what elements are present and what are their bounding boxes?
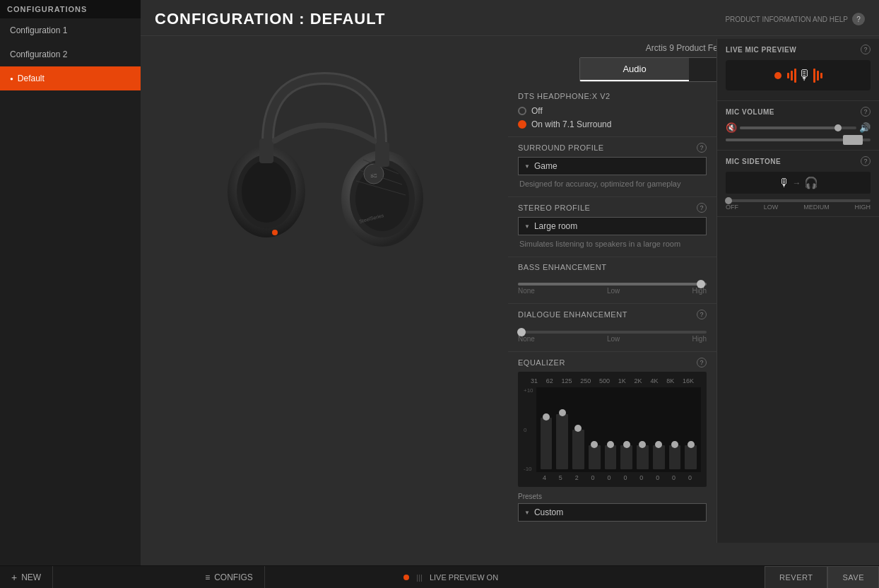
sidebar-item-config1[interactable]: Configuration 1 [0, 18, 141, 42]
sidetone-slider-container: OFF LOW MEDIUM HIGH [726, 199, 871, 211]
eq-bar-2k[interactable] [635, 390, 650, 469]
settings-and-mic: DTS HEADPHONE:X V2 Off On with 7.1 Surro… [508, 86, 879, 563]
info-icon: ? [852, 13, 865, 25]
eq-bar-62[interactable] [555, 390, 570, 469]
sidetone-track[interactable] [726, 199, 871, 202]
bass-label-none: None [518, 287, 535, 295]
svg-rect-14 [375, 142, 389, 167]
eq-title: EQUALIZER [518, 358, 565, 367]
dialogue-header: Dialogue Enhancement ? [518, 310, 707, 319]
eq-bar-16k[interactable] [683, 390, 698, 469]
bass-slider-track[interactable] [518, 283, 707, 286]
new-button[interactable]: + NEW [0, 566, 53, 588]
stereo-title: Stereo Profile [518, 204, 590, 212]
sidebar-title: CONFIGURATIONS [7, 5, 87, 13]
eq-value-labels: 4 5 2 0 0 0 0 0 0 0 [524, 474, 701, 481]
surround-description: Designed for accuracy, optimized for gam… [518, 178, 707, 191]
sidetone-label-high: HIGH [855, 204, 871, 211]
mic-volume-fill [740, 127, 839, 129]
eq-bar-125[interactable] [571, 390, 586, 469]
eq-bar-4k[interactable] [651, 390, 666, 469]
sidebar-header: CONFIGURATIONS [0, 0, 141, 18]
dts-title: DTS HEADPHONE:X V2 [518, 92, 610, 100]
eq-handle-16k[interactable] [688, 441, 695, 448]
dts-off-label: Off [531, 106, 543, 116]
presets-container: Presets ▼ Custom [518, 493, 707, 522]
eq-handle-500[interactable] [607, 441, 614, 448]
eq-handle-125[interactable] [574, 425, 582, 432]
mic-output-thumb[interactable] [843, 135, 863, 145]
list-icon: ≡ [205, 572, 210, 582]
bass-section: Bass Enhancement None Low High [508, 257, 716, 304]
sidebar-item-label: Default [18, 74, 45, 83]
presets-label: Presets [518, 493, 707, 500]
bass-slider-container: None Low High [518, 276, 707, 298]
sidebar-item-label: Configuration 2 [10, 49, 67, 59]
new-button-label: NEW [21, 572, 41, 582]
dialogue-help[interactable]: ? [697, 310, 707, 319]
bass-label-low: Low [607, 287, 620, 295]
dts-section: DTS HEADPHONE:X V2 Off On with 7.1 Surro… [508, 86, 716, 137]
dialogue-label-low: Low [607, 335, 620, 343]
bass-slider-thumb[interactable] [697, 280, 705, 288]
eq-bar-31[interactable] [539, 390, 554, 469]
dts-off-radio[interactable] [518, 107, 526, 115]
sidebar-item-config2[interactable]: Configuration 2 [0, 42, 141, 66]
surround-dropdown[interactable]: ▼ Game [518, 157, 707, 175]
eq-handle-62[interactable] [559, 409, 566, 416]
mic-sidetone-arrow-icon: → [793, 178, 801, 188]
dts-off-option[interactable]: Off [518, 106, 707, 116]
mic-volume-track-container [740, 124, 856, 132]
product-info-link[interactable]: PRODUCT INFORMATION AND HELP ? [725, 13, 865, 25]
eq-handle-31[interactable] [543, 413, 550, 421]
eq-with-scale: +10 0 -10 [524, 387, 701, 472]
dts-on-option[interactable]: On with 7.1 Surround [518, 119, 707, 129]
mic-volume-help[interactable]: ? [861, 107, 871, 117]
eq-bar-500[interactable] [603, 390, 618, 469]
bass-slider-labels: None Low High [518, 287, 707, 295]
dialogue-slider-container: None Low High [518, 324, 707, 346]
configs-button-label: CONFIGS [214, 572, 253, 582]
eq-handle-250[interactable] [591, 441, 598, 448]
eq-handle-4k[interactable] [655, 441, 662, 448]
sidetone-thumb[interactable] [725, 197, 732, 204]
sidebar: CONFIGURATIONS Configuration 1 Configura… [0, 0, 141, 565]
sidebar-item-label: Configuration 1 [10, 25, 67, 35]
sidebar-item-default[interactable]: Default [0, 66, 141, 90]
revert-button[interactable]: REVERT [765, 566, 827, 589]
dts-header: DTS HEADPHONE:X V2 [518, 92, 707, 100]
svg-point-8 [272, 230, 278, 235]
mic-output-track[interactable] [726, 139, 871, 141]
eq-bar-250[interactable] [587, 390, 602, 469]
mic-max-icon: 🔊 [859, 122, 871, 133]
eq-bar-1k[interactable] [619, 390, 634, 469]
eq-bars [536, 387, 701, 472]
eq-help[interactable]: ? [697, 358, 707, 368]
mic-mute-icon: 🔇 [726, 122, 737, 133]
mic-sidetone-title: MIC SIDETONE [726, 158, 781, 165]
mic-volume-thumb[interactable] [834, 124, 842, 131]
eq-bar-8k[interactable] [668, 390, 683, 469]
surround-section: Surround Profile ? ▼ Game Designed for a… [508, 137, 716, 197]
eq-handle-8k[interactable] [671, 441, 678, 448]
mic-sidetone-help[interactable]: ? [861, 156, 871, 166]
eq-handle-2k[interactable] [639, 441, 646, 448]
eq-handle-1k[interactable] [623, 441, 630, 448]
bass-slider-fill [518, 283, 707, 286]
presets-dropdown[interactable]: ▼ Custom [518, 503, 707, 522]
stereo-help[interactable]: ? [697, 203, 707, 213]
content-area: SS SteelSeries Arctis 9 Product Featur [141, 36, 879, 563]
stereo-dropdown[interactable]: ▼ Large room [518, 217, 707, 235]
tab-audio[interactable]: Audio [580, 58, 688, 81]
bass-header: Bass Enhancement [518, 263, 707, 271]
dialogue-slider-track[interactable] [518, 331, 707, 334]
configs-button[interactable]: ≡ CONFIGS [194, 566, 265, 588]
mic-volume-track[interactable] [740, 127, 856, 129]
dts-on-radio[interactable] [518, 120, 526, 129]
stereo-section: Stereo Profile ? ▼ Large room Simulates … [508, 197, 716, 257]
svg-rect-13 [259, 139, 273, 163]
mic-volume-title: MIC VOLUME [726, 108, 774, 116]
surround-help[interactable]: ? [697, 143, 707, 153]
dialogue-slider-thumb[interactable] [517, 328, 526, 336]
save-button[interactable]: SAVE [827, 566, 879, 589]
